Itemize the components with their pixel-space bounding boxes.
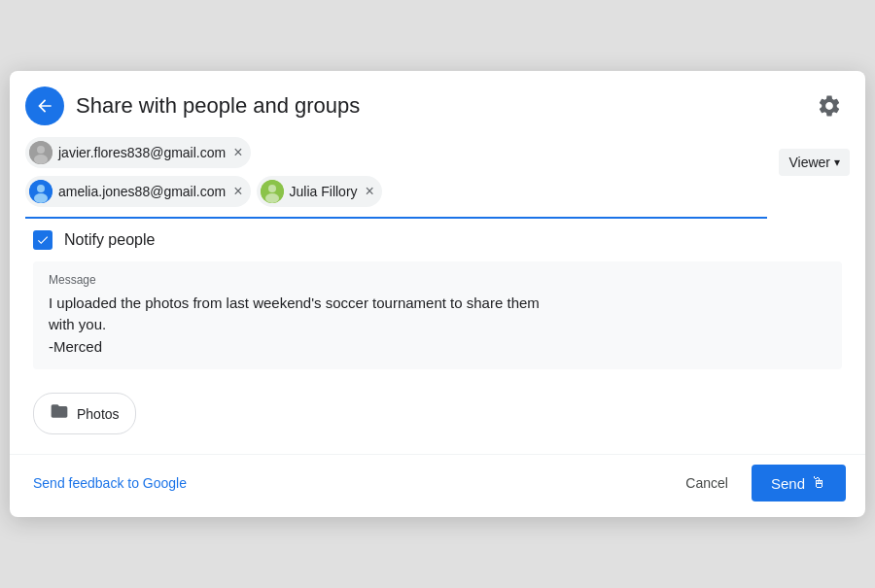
- notify-checkbox[interactable]: [33, 230, 52, 250]
- header-left: Share with people and groups: [25, 86, 360, 125]
- settings-button[interactable]: [813, 89, 846, 122]
- attachment-chip[interactable]: Photos: [33, 393, 136, 434]
- recipients-row-2: amelia.jones88@gmail.com × Julia Fillory…: [25, 176, 767, 207]
- share-dialog: Share with people and groups: [10, 71, 865, 518]
- message-label: Message: [49, 273, 826, 287]
- svg-point-7: [268, 185, 276, 192]
- recipient-chip-julia[interactable]: Julia Fillory ×: [257, 176, 382, 207]
- back-button[interactable]: [25, 86, 64, 125]
- viewer-dropdown[interactable]: Viewer ▾: [779, 149, 850, 176]
- send-button[interactable]: Send 🖱: [752, 465, 846, 502]
- javier-avatar: [29, 141, 52, 164]
- send-label: Send: [771, 475, 805, 492]
- javier-remove-button[interactable]: ×: [233, 145, 242, 160]
- notify-section: Notify people: [10, 219, 865, 258]
- julia-remove-button[interactable]: ×: [366, 184, 374, 199]
- cursor-icon: 🖱: [811, 474, 826, 492]
- notify-label: Notify people: [64, 231, 155, 249]
- javier-label: javier.flores838@gmail.com: [58, 145, 226, 160]
- amelia-label: amelia.jones88@gmail.com: [58, 184, 226, 199]
- dialog-title: Share with people and groups: [76, 93, 360, 119]
- attachment-label: Photos: [77, 406, 120, 422]
- attachment-area: Photos: [10, 385, 865, 454]
- svg-point-5: [34, 193, 48, 203]
- footer-actions: Cancel Send 🖱: [670, 465, 846, 502]
- message-text: I uploaded the photos from last weekend'…: [49, 293, 826, 359]
- cancel-button[interactable]: Cancel: [670, 467, 744, 499]
- dialog-header: Share with people and groups: [10, 71, 865, 137]
- recipients-area[interactable]: javier.flores838@gmail.com × amelia.jone…: [25, 137, 767, 219]
- svg-point-8: [265, 193, 279, 203]
- folder-icon: [50, 401, 69, 426]
- amelia-avatar: [29, 180, 52, 203]
- message-area[interactable]: Message I uploaded the photos from last …: [33, 261, 842, 370]
- viewer-label: Viewer: [788, 155, 830, 170]
- recipient-chip-javier[interactable]: javier.flores838@gmail.com ×: [25, 137, 251, 168]
- svg-point-2: [34, 155, 48, 164]
- svg-point-4: [37, 185, 45, 192]
- amelia-remove-button[interactable]: ×: [233, 184, 242, 199]
- svg-point-1: [37, 146, 45, 154]
- feedback-link[interactable]: Send feedback to Google: [33, 475, 187, 491]
- recipients-row-1: javier.flores838@gmail.com ×: [25, 137, 767, 168]
- chevron-down-icon: ▾: [834, 156, 840, 169]
- julia-avatar: [261, 180, 284, 203]
- dialog-footer: Send feedback to Google Cancel Send 🖱: [10, 454, 865, 517]
- julia-label: Julia Fillory: [290, 184, 358, 199]
- recipient-chip-amelia[interactable]: amelia.jones88@gmail.com ×: [25, 176, 251, 207]
